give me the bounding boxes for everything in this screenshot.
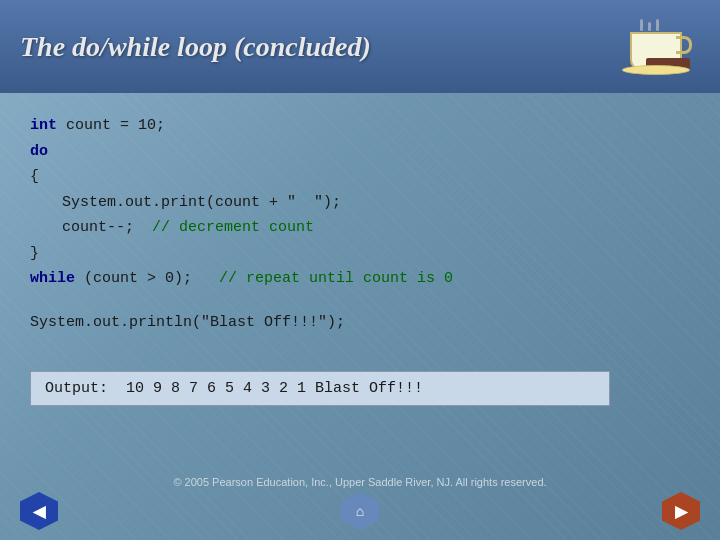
output-values: 10 9 8 7 6 5 4 3 2 1 Blast Off!!! — [126, 380, 423, 397]
title-bar: The do/while loop (concluded) — [0, 0, 720, 93]
slide: The do/while loop (concluded) int count … — [0, 0, 720, 540]
home-icon: ⌂ — [356, 503, 364, 519]
home-button[interactable]: ⌂ — [341, 492, 379, 530]
next-arrow-icon: ▶ — [675, 502, 687, 521]
slide-title: The do/while loop (concluded) — [20, 31, 371, 63]
code-line-2: do — [30, 139, 690, 165]
code-line-4: System.out.print(count + " "); — [62, 190, 690, 216]
code-line-9: System.out.println("Blast Off!!!"); — [30, 310, 690, 336]
next-button[interactable]: ▶ — [662, 492, 700, 530]
code-block: int count = 10; do { System.out.print(co… — [30, 113, 690, 292]
code-line-7: while (count > 0); // repeat until count… — [30, 266, 690, 292]
code-line-1: int count = 10; — [30, 113, 690, 139]
prev-arrow-icon: ◀ — [33, 502, 45, 521]
output-label: Output: — [45, 380, 108, 397]
output-box: Output: 10 9 8 7 6 5 4 3 2 1 Blast Off!!… — [30, 371, 610, 406]
code-line-6: } — [30, 241, 690, 267]
code-line-5: count--; // decrement count — [62, 215, 690, 241]
prev-button[interactable]: ◀ — [20, 492, 58, 530]
navigation-bar: ◀ ⌂ ▶ — [0, 492, 720, 530]
coffee-cup-illustration — [620, 14, 700, 79]
footer-text: © 2005 Pearson Education, Inc., Upper Sa… — [0, 476, 720, 488]
code-block-2: System.out.println("Blast Off!!!"); — [30, 310, 690, 336]
slide-content: int count = 10; do { System.out.print(co… — [0, 93, 720, 426]
code-line-3: { — [30, 164, 690, 190]
